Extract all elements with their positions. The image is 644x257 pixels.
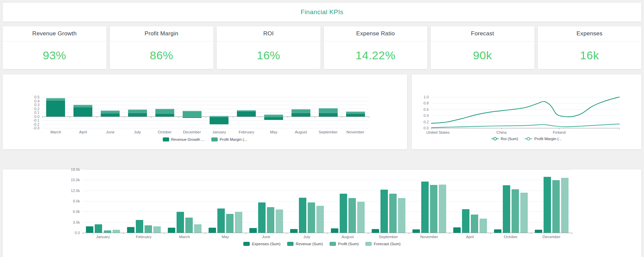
bar-revenue-sum-february[interactable] <box>136 220 143 233</box>
bar-revenue-growth-july[interactable] <box>128 113 147 117</box>
line-roi-sum[interactable] <box>431 97 619 123</box>
bar-revenue-growth-february[interactable] <box>237 111 256 116</box>
bar-revenue-growth-october[interactable] <box>155 113 174 116</box>
bar-forecast-sum-june[interactable] <box>276 210 283 233</box>
bar-profit-sum-february[interactable] <box>145 225 152 233</box>
bar-profit-sum-november[interactable] <box>430 185 437 233</box>
bar-expenses-sum-december[interactable] <box>535 230 542 233</box>
bar-profit-margin-september[interactable] <box>319 108 338 113</box>
bar-expenses-sum-march[interactable] <box>168 228 175 233</box>
bar-forecast-sum-september[interactable] <box>398 198 405 233</box>
y-axis-label: 0.4 <box>424 114 429 118</box>
bar-expenses-sum-february[interactable] <box>127 227 134 233</box>
bar-profit-margin-march[interactable] <box>46 98 65 100</box>
dashboard-title-card: Financial KPIs <box>3 3 641 22</box>
bar-profit-sum-january[interactable] <box>104 230 111 233</box>
bar-revenue-growth-november[interactable] <box>346 113 365 116</box>
bar-profit-sum-march[interactable] <box>185 218 193 233</box>
legend-item-roi-sum[interactable]: Roi (Sum) <box>491 137 518 141</box>
bar-forecast-sum-december[interactable] <box>561 178 569 233</box>
bar-forecast-sum-may[interactable] <box>235 212 242 233</box>
bar-revenue-sum-september[interactable] <box>380 190 388 233</box>
bar-profit-margin-june[interactable] <box>101 110 120 113</box>
bar-profit-margin-april[interactable] <box>73 105 92 107</box>
y-axis-label: 18.0k <box>71 168 80 171</box>
bar-revenue-growth-december[interactable] <box>183 117 202 118</box>
axis-tick <box>369 117 369 118</box>
bar-revenue-sum-january[interactable] <box>95 224 102 233</box>
bar-forecast-sum-october[interactable] <box>520 193 528 233</box>
bar-revenue-sum-april[interactable] <box>462 209 469 233</box>
bar-revenue-sum-march[interactable] <box>177 212 184 233</box>
bar-profit-sum-july[interactable] <box>308 202 315 233</box>
bar-revenue-growth-june[interactable] <box>101 113 120 116</box>
bar-profit-sum-september[interactable] <box>389 194 397 233</box>
bar-revenue-sum-november[interactable] <box>421 182 429 233</box>
axis-tick <box>260 117 260 118</box>
bar-forecast-sum-march[interactable] <box>194 224 202 233</box>
axis-tick <box>205 233 205 234</box>
bar-forecast-sum-january[interactable] <box>113 230 120 233</box>
bar-expenses-sum-may[interactable] <box>209 228 216 233</box>
legend-item-revenue-growth[interactable]: Revenue Growth ... <box>163 137 205 141</box>
bar-revenue-sum-december[interactable] <box>544 177 551 233</box>
legend-item-forecast-sum[interactable]: Forecast (Sum) <box>365 242 400 246</box>
bar-revenue-sum-may[interactable] <box>217 208 225 233</box>
y-axis-label: 0.5 <box>34 95 39 99</box>
x-axis-label: January <box>83 235 123 239</box>
bar-revenue-growth-march[interactable] <box>46 100 65 116</box>
axis-tick <box>286 233 287 234</box>
legend-circle <box>527 137 530 140</box>
bar-profit-sum-may[interactable] <box>226 214 234 233</box>
bar-profit-sum-april[interactable] <box>471 215 478 233</box>
bar-forecast-sum-november[interactable] <box>439 185 446 233</box>
y-axis-label: 0.4 <box>34 99 39 103</box>
legend-item-profit-margin[interactable]: Profit Margin (... <box>211 137 247 141</box>
y-axis-label: 1.0 <box>424 95 429 99</box>
line-profit-margin[interactable] <box>431 124 619 128</box>
bar-profit-margin-december[interactable] <box>183 111 202 116</box>
bar-revenue-growth-january[interactable] <box>210 117 228 124</box>
bar-profit-margin-january[interactable] <box>210 116 228 116</box>
bar-profit-sum-june[interactable] <box>267 207 274 233</box>
bar-expenses-sum-april[interactable] <box>453 227 461 233</box>
y-axis-label: 0.8 <box>424 101 429 105</box>
bar-forecast-sum-april[interactable] <box>480 219 487 233</box>
bar-profit-sum-august[interactable] <box>348 198 356 233</box>
bar-expenses-sum-november[interactable] <box>412 229 420 233</box>
bar-revenue-growth-may[interactable] <box>264 117 283 120</box>
bar-expenses-sum-january[interactable] <box>86 226 93 233</box>
bar-profit-margin-november[interactable] <box>346 111 365 114</box>
bar-revenue-sum-october[interactable] <box>503 185 510 233</box>
bar-revenue-growth-august[interactable] <box>292 113 310 117</box>
bar-revenue-growth-april[interactable] <box>73 107 92 117</box>
bar-expenses-sum-july[interactable] <box>290 229 298 233</box>
legend-item-profit-margin[interactable]: Profit Margin (... <box>525 137 562 141</box>
bar-profit-sum-october[interactable] <box>512 189 519 233</box>
bar-revenue-sum-august[interactable] <box>340 194 347 233</box>
bar-forecast-sum-february[interactable] <box>153 226 161 233</box>
bar-revenue-sum-july[interactable] <box>299 198 306 233</box>
bar-profit-margin-may[interactable] <box>264 115 283 117</box>
bar-expenses-sum-october[interactable] <box>494 229 501 233</box>
bar-profit-margin-july[interactable] <box>128 109 147 113</box>
bar-expenses-sum-september[interactable] <box>372 229 379 233</box>
bar-profit-margin-october[interactable] <box>155 109 174 114</box>
bar-profit-sum-december[interactable] <box>552 180 560 233</box>
kpi-card-profit-margin: Profit Margin86% <box>110 26 214 69</box>
bar-revenue-growth-september[interactable] <box>319 113 338 117</box>
bar-profit-margin-february[interactable] <box>237 110 256 111</box>
axis-tick <box>501 128 502 129</box>
legend-swatch <box>365 242 372 246</box>
bar-revenue-sum-june[interactable] <box>258 202 266 233</box>
legend-item-expenses-sum[interactable]: Expenses (Sum) <box>243 242 280 246</box>
bar-expenses-sum-august[interactable] <box>331 228 338 233</box>
bar-forecast-sum-august[interactable] <box>357 202 365 233</box>
bar-forecast-sum-july[interactable] <box>316 206 324 233</box>
y-axis-label: 0.0 <box>424 126 429 130</box>
legend-line-marker <box>491 137 499 141</box>
bar-profit-margin-august[interactable] <box>292 109 310 113</box>
bar-expenses-sum-june[interactable] <box>249 228 257 233</box>
legend-item-profit-sum[interactable]: Profit (Sum) <box>330 242 359 246</box>
legend-item-revenue-sum[interactable]: Revenue (Sum) <box>287 242 323 246</box>
